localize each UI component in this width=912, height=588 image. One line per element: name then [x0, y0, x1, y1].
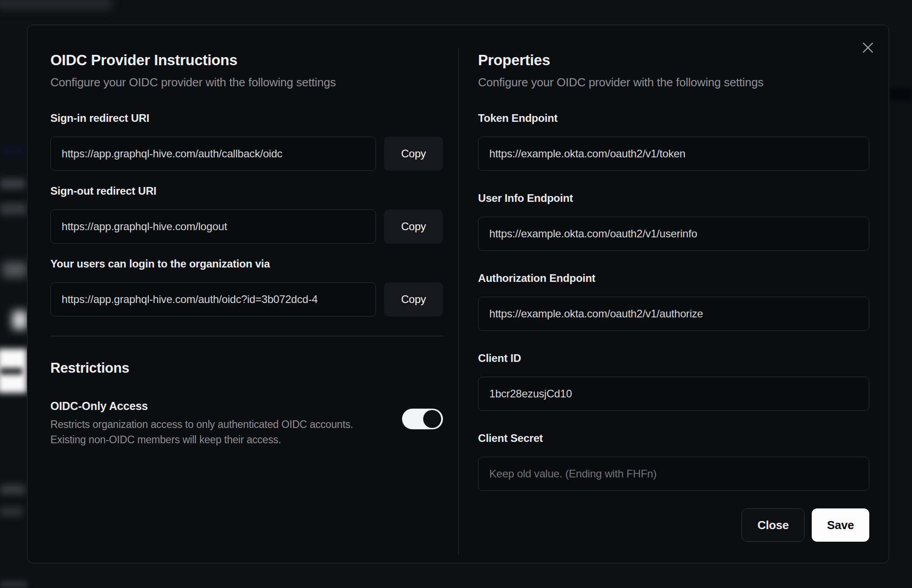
properties-title: Properties: [478, 51, 869, 69]
dialog-close-button[interactable]: [861, 41, 875, 54]
instructions-subtitle: Configure your OIDC provider with the fo…: [50, 75, 443, 90]
token-endpoint-row: [478, 137, 869, 171]
section-divider: [50, 336, 443, 336]
blurred-fragment: [0, 203, 27, 215]
blurred-fragment: [0, 485, 25, 494]
blurred-fragment: [13, 311, 27, 329]
restrictions-title: Restrictions: [50, 360, 443, 377]
user-info-endpoint-row: [478, 217, 869, 251]
blurred-fragment: [0, 145, 26, 156]
column-divider: [458, 47, 459, 555]
properties-panel: Properties Configure your OIDC provider …: [478, 25, 869, 563]
sign-in-redirect-uri-label: Sign-in redirect URI: [50, 111, 443, 125]
close-button[interactable]: Close: [742, 508, 805, 542]
oidc-only-access-row: OIDC-Only Access Restricts organization …: [50, 399, 443, 447]
copy-login-uri-button[interactable]: Copy: [384, 282, 443, 316]
oidc-settings-dialog: OIDC Provider Instructions Configure you…: [27, 25, 889, 563]
instructions-title: OIDC Provider Instructions: [50, 51, 443, 69]
blurred-fragment: [0, 0, 112, 10]
token-endpoint-label: Token Endpoint: [478, 111, 869, 125]
user-info-endpoint-label: User Info Endpoint: [478, 192, 869, 205]
sign-out-redirect-uri-row: Copy: [50, 209, 443, 244]
sign-out-redirect-uri-input[interactable]: [50, 209, 376, 244]
organization-login-uri-input[interactable]: [50, 282, 376, 316]
save-button[interactable]: Save: [812, 508, 869, 542]
sign-in-redirect-uri-row: Copy: [50, 137, 443, 171]
client-id-label: Client ID: [478, 352, 869, 365]
organization-login-uri-label: Your users can login to the organization…: [50, 257, 443, 271]
authorization-endpoint-label: Authorization Endpoint: [478, 272, 869, 285]
oidc-only-access-description: Restricts organization access to only au…: [50, 417, 391, 447]
user-info-endpoint-input[interactable]: [478, 217, 869, 251]
dialog-actions: Close Save: [478, 508, 869, 542]
oidc-only-access-text: OIDC-Only Access Restricts organization …: [50, 399, 391, 447]
client-secret-label: Client Secret: [478, 432, 869, 445]
client-id-row: [478, 377, 869, 411]
organization-login-uri-row: Copy: [50, 282, 443, 316]
close-icon: [862, 41, 874, 54]
instructions-panel: OIDC Provider Instructions Configure you…: [50, 25, 443, 563]
properties-subtitle: Configure your OIDC provider with the fo…: [478, 75, 869, 90]
copy-sign-in-uri-button[interactable]: Copy: [384, 137, 443, 171]
sign-in-redirect-uri-input[interactable]: [50, 137, 376, 171]
blurred-fragment: [0, 581, 27, 588]
oidc-only-access-toggle[interactable]: [402, 409, 443, 429]
sign-out-redirect-uri-label: Sign-out redirect URI: [50, 184, 443, 198]
oidc-only-access-label: OIDC-Only Access: [50, 399, 391, 413]
client-secret-row: [478, 457, 869, 491]
blurred-fragment: [3, 262, 27, 277]
blurred-fragment: [0, 368, 22, 375]
client-secret-input[interactable]: [478, 457, 869, 491]
toggle-thumb: [423, 410, 441, 428]
blurred-fragment: [0, 179, 25, 189]
blurred-fragment: [0, 507, 22, 516]
blurred-fragment: [889, 88, 912, 101]
authorization-endpoint-input[interactable]: [478, 297, 869, 331]
copy-sign-out-uri-button[interactable]: Copy: [384, 209, 443, 244]
token-endpoint-input[interactable]: [478, 137, 869, 171]
authorization-endpoint-row: [478, 297, 869, 331]
client-id-input[interactable]: [478, 377, 869, 411]
